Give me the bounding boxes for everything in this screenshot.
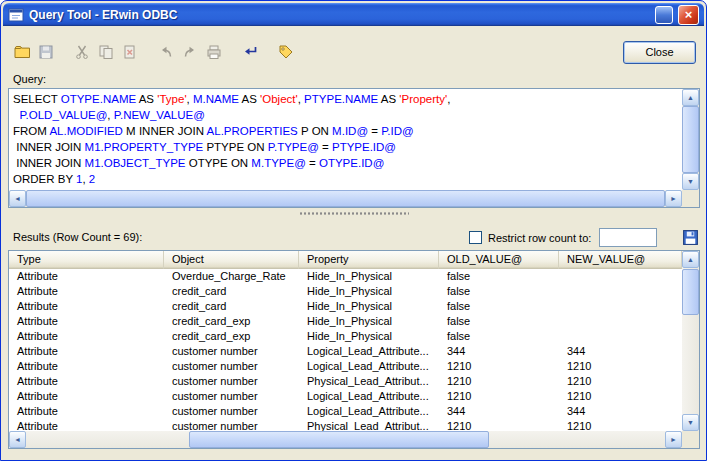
results-header-row: TypeObjectPropertyOLD_VALUE@NEW_VALUE@ [9,251,682,269]
title-bar[interactable]: Query Tool - ERwin ODBC × [3,3,704,26]
scroll-right-icon[interactable]: ► [665,190,682,207]
table-cell: customer number [164,359,299,374]
results-vscroll-thumb[interactable] [682,269,699,315]
table-row[interactable]: Attributecustomer numberPhysical_Lead_At… [9,419,682,431]
scroll-left-icon[interactable]: ◄ [9,431,26,448]
results-table[interactable]: TypeObjectPropertyOLD_VALUE@NEW_VALUE@ A… [8,250,700,449]
print-icon [203,41,225,63]
table-cell: Attribute [9,299,164,314]
table-cell: Attribute [9,314,164,329]
column-header[interactable]: Object [164,251,299,269]
redo-icon [179,41,201,63]
query-line: P.OLD_VALUE@, P.NEW_VALUE@ [13,107,678,123]
table-cell [559,284,682,299]
toolbar-separator [59,41,71,63]
table-row[interactable]: Attributecredit_cardHide_In_Physicalfals… [9,284,682,299]
execute-query-icon[interactable] [239,41,261,63]
table-cell: Hide_In_Physical [299,284,439,299]
table-row[interactable]: Attributecustomer numberPhysical_Lead_At… [9,374,682,389]
table-row[interactable]: Attributecustomer numberLogical_Lead_Att… [9,344,682,359]
close-icon: × [685,7,693,22]
table-cell: Logical_Lead_Attribute... [299,359,439,374]
table-row[interactable]: Attributecustomer numberLogical_Lead_Att… [9,359,682,374]
query-line: INNER JOIN M1.PROPERTY_TYPE PTYPE ON P.T… [13,139,678,155]
table-row[interactable]: AttributeOverdue_Charge_RateHide_In_Phys… [9,269,682,284]
query-vscroll-thumb[interactable] [682,106,699,173]
table-cell: 1210 [439,419,559,431]
table-cell: customer number [164,389,299,404]
tag-icon[interactable] [275,41,297,63]
scroll-down-icon[interactable]: ▼ [682,173,699,190]
column-header[interactable]: NEW_VALUE@ [559,251,682,269]
table-row[interactable]: Attributecustomer numberLogical_Lead_Att… [9,389,682,404]
table-cell: 1210 [439,374,559,389]
query-editor[interactable]: SELECT OTYPE.NAME AS 'Type', M.NAME AS '… [8,88,700,208]
scroll-up-icon[interactable]: ▲ [682,89,699,106]
toolbar-separator [143,41,155,63]
undo-icon [155,41,177,63]
table-cell: Hide_In_Physical [299,329,439,344]
query-line: ORDER BY 1, 2 [13,171,678,187]
query-label: Query: [13,73,46,85]
table-cell: Attribute [9,269,164,284]
query-tool-window: Query Tool - ERwin ODBC × Close Query: S… [0,0,707,461]
table-row[interactable]: Attributecredit_cardHide_In_Physicalfals… [9,299,682,314]
table-cell: Attribute [9,359,164,374]
query-text[interactable]: SELECT OTYPE.NAME AS 'Type', M.NAME AS '… [9,89,682,190]
table-cell: false [439,284,559,299]
query-hscroll-thumb[interactable] [26,190,665,207]
open-icon[interactable] [11,41,33,63]
table-cell: Logical_Lead_Attribute... [299,344,439,359]
query-vertical-scrollbar[interactable]: ▲ ▼ [682,89,699,190]
table-cell: credit_card_exp [164,329,299,344]
table-row[interactable]: Attributecredit_card_expHide_In_Physical… [9,329,682,344]
table-cell: 1210 [439,389,559,404]
column-header[interactable]: Type [9,251,164,269]
table-cell: Physical_Lead_Attribut... [299,419,439,431]
table-cell: Logical_Lead_Attribute... [299,404,439,419]
table-cell: 1210 [559,389,682,404]
table-cell: false [439,329,559,344]
table-row[interactable]: Attributecustomer numberLogical_Lead_Att… [9,404,682,419]
splitter-handle[interactable] [8,209,700,217]
scroll-down-icon[interactable]: ▼ [682,414,699,431]
table-cell: Overdue_Charge_Rate [164,269,299,284]
copy-icon [95,41,117,63]
restrict-row-count-checkbox[interactable] [469,231,482,244]
table-cell: 344 [559,344,682,359]
toolbar-separator [227,41,239,63]
scroll-left-icon[interactable]: ◄ [9,190,26,207]
restrict-count-input[interactable] [599,228,657,247]
table-cell: 1210 [439,359,559,374]
table-cell: 344 [439,404,559,419]
results-vertical-scrollbar[interactable]: ▲ ▼ [682,251,699,431]
table-cell: Attribute [9,419,164,431]
close-button[interactable]: Close [623,41,696,64]
save-results-icon[interactable] [681,228,700,247]
results-hscroll-thumb[interactable] [189,431,489,448]
table-cell: 1210 [559,359,682,374]
restrict-row-count-label: Restrict row count to: [488,232,591,244]
scroll-right-icon[interactable]: ► [665,431,682,448]
query-horizontal-scrollbar[interactable]: ◄ ► [9,190,682,207]
query-line: INNER JOIN M1.OBJECT_TYPE OTYPE ON M.TYP… [13,155,678,171]
column-header[interactable]: Property [299,251,439,269]
results-rows: AttributeOverdue_Charge_RateHide_In_Phys… [9,269,682,431]
close-window-button[interactable]: × [678,5,699,25]
table-cell: Hide_In_Physical [299,269,439,284]
table-cell [559,269,682,284]
table-cell: Attribute [9,389,164,404]
table-cell: credit_card [164,284,299,299]
results-horizontal-scrollbar[interactable]: ◄ ► [9,431,682,448]
scroll-up-icon[interactable]: ▲ [682,251,699,268]
column-header[interactable]: OLD_VALUE@ [439,251,559,269]
cut-icon [71,41,93,63]
table-cell [559,329,682,344]
table-cell: customer number [164,419,299,431]
table-cell: Hide_In_Physical [299,314,439,329]
table-cell: 344 [439,344,559,359]
save-icon [35,41,57,63]
table-row[interactable]: Attributecredit_card_expHide_In_Physical… [9,314,682,329]
table-cell: customer number [164,374,299,389]
maximize-button[interactable] [655,6,673,24]
